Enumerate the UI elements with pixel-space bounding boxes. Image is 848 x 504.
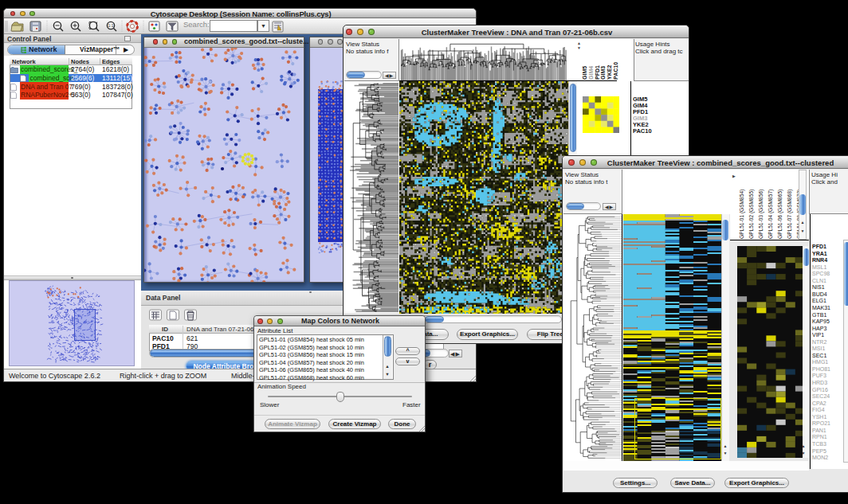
svg-text:1:1: 1:1 — [108, 23, 114, 28]
